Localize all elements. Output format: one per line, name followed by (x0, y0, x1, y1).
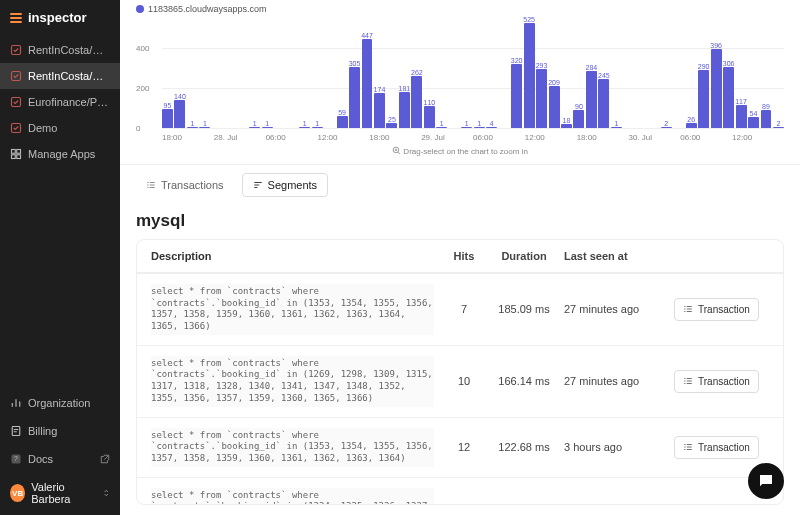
chart-bar[interactable]: 1 (187, 127, 198, 128)
sidebar-item-organization[interactable]: Organization (0, 389, 120, 417)
list-icon (683, 442, 693, 452)
chart-bar[interactable]: 1 (461, 127, 472, 128)
sidebar-item-app-0[interactable]: RentInCosta/Efisio (0, 37, 120, 63)
chart-bar[interactable]: 89 (761, 110, 772, 128)
chart-bar[interactable]: 262 (411, 76, 422, 128)
sidebar-item-app-2[interactable]: Eurofinance/PROD (0, 89, 120, 115)
svg-rect-6 (12, 155, 16, 159)
chart-bar[interactable]: 525 (524, 23, 535, 128)
chart-bar[interactable]: 290 (698, 70, 709, 128)
chart-bar[interactable]: 117 (736, 105, 747, 128)
external-link-icon (100, 454, 110, 464)
svg-text:?: ? (14, 455, 18, 462)
chart-bar[interactable]: 26 (686, 123, 697, 128)
chart-bar[interactable]: 95 (162, 109, 173, 128)
brand[interactable]: inspector (0, 0, 120, 37)
sidebar-item-docs[interactable]: ? Docs (0, 445, 120, 473)
chart-bar[interactable]: 4 (486, 127, 497, 128)
chart-bars: 9514011111159305447174251812621101114320… (162, 16, 784, 128)
sidebar-item-manage-apps[interactable]: Manage Apps (0, 141, 120, 167)
table-row: select * from `contracts` where `contrac… (137, 477, 783, 505)
tab-segments[interactable]: Segments (242, 173, 329, 197)
chart-hint: Drag-select on the chart to zoom in (136, 142, 784, 158)
section-title: mysql (120, 205, 800, 239)
sidebar-item-label: Eurofinance/PROD (28, 96, 110, 108)
th-hits: Hits (444, 250, 484, 262)
svg-rect-8 (12, 427, 20, 436)
chart-bar[interactable]: 181 (399, 92, 410, 128)
list-icon (146, 180, 156, 190)
main-content: 1183865.cloudwaysapps.com 0200400 951401… (120, 0, 800, 515)
sidebar: inspector RentInCosta/Efisio RentInCosta… (0, 0, 120, 515)
chart-bar[interactable]: 1 (474, 127, 485, 128)
tab-transactions[interactable]: Transactions (136, 174, 234, 196)
th-seen: Last seen at (564, 250, 664, 262)
app-icon (10, 96, 22, 108)
chart-bar[interactable]: 447 (362, 39, 373, 128)
sidebar-item-label: Docs (28, 453, 53, 465)
chart-bar[interactable]: 18 (561, 124, 572, 128)
table-header: Description Hits Duration Last seen at (137, 240, 783, 273)
app-icon (10, 122, 22, 134)
chart-bar[interactable]: 140 (174, 100, 185, 128)
chart-bar[interactable]: 209 (549, 86, 560, 128)
segments-icon (253, 180, 263, 190)
chart-bar[interactable]: 306 (723, 67, 734, 128)
chart-bar[interactable]: 2 (661, 127, 672, 128)
chat-icon (757, 472, 775, 490)
chart-bar[interactable]: 1 (436, 127, 447, 128)
chart-bar[interactable]: 1 (611, 127, 622, 128)
avatar: VB (10, 484, 25, 502)
chart-bar[interactable]: 90 (573, 110, 584, 128)
transaction-button[interactable]: Transaction (674, 298, 759, 321)
user-menu[interactable]: VB Valerio Barbera (0, 473, 120, 515)
cell-hits: 12 (444, 441, 484, 453)
chart-bar[interactable]: 284 (586, 71, 597, 128)
bar-chart-icon (10, 397, 22, 409)
chat-fab[interactable] (748, 463, 784, 499)
chart-bar[interactable]: 2 (773, 127, 784, 128)
sidebar-item-label: Organization (28, 397, 90, 409)
cell-hits: 10 (444, 375, 484, 387)
chart-bar[interactable]: 54 (748, 117, 759, 128)
chart-bar[interactable]: 1 (199, 127, 210, 128)
chart-bar[interactable]: 293 (536, 69, 547, 128)
segments-table: Description Hits Duration Last seen at s… (136, 239, 784, 505)
tabs: Transactions Segments (120, 165, 800, 205)
chart-legend[interactable]: 1183865.cloudwaysapps.com (136, 4, 784, 14)
chart-bar[interactable]: 1 (299, 127, 310, 128)
cell-duration: 122.68 ms (494, 441, 554, 453)
transaction-button[interactable]: Transaction (674, 370, 759, 393)
chart-panel: 1183865.cloudwaysapps.com 0200400 951401… (120, 0, 800, 165)
chart-bar[interactable]: 110 (424, 106, 435, 128)
cell-seen: 27 minutes ago (564, 303, 664, 315)
chart-bar[interactable]: 174 (374, 93, 385, 128)
sidebar-item-label: RentInCosta/Efisio (28, 44, 110, 56)
list-icon (683, 304, 693, 314)
svg-rect-4 (12, 150, 16, 154)
chart-bar[interactable]: 25 (386, 123, 397, 128)
transaction-button[interactable]: Transaction (674, 436, 759, 459)
legend-label: 1183865.cloudwaysapps.com (148, 4, 267, 14)
chart-bar[interactable]: 1 (312, 127, 323, 128)
chart-bar[interactable]: 320 (511, 64, 522, 128)
table-body: select * from `contracts` where `contrac… (137, 273, 783, 505)
cell-hits: 7 (444, 303, 484, 315)
sidebar-item-app-3[interactable]: Demo (0, 115, 120, 141)
chart-bar[interactable]: 305 (349, 67, 360, 128)
svg-rect-5 (17, 150, 21, 154)
chart-bar[interactable]: 59 (337, 116, 348, 128)
sidebar-item-app-1[interactable]: RentInCosta/Sorr... (0, 63, 120, 89)
sidebar-item-billing[interactable]: Billing (0, 417, 120, 445)
nav-apps: RentInCosta/Efisio RentInCosta/Sorr... E… (0, 37, 120, 167)
sql-text: select * from `contracts` where `contrac… (151, 284, 434, 335)
chart-bar[interactable]: 245 (598, 79, 609, 128)
chart-bar[interactable]: 1 (262, 127, 273, 128)
svg-rect-7 (17, 155, 21, 159)
cell-seen: 3 hours ago (564, 441, 664, 453)
bar-chart[interactable]: 0200400 95140111111593054471742518126211… (136, 16, 784, 142)
chart-bar[interactable]: 1 (249, 127, 260, 128)
help-icon: ? (10, 453, 22, 465)
chart-bar[interactable]: 396 (711, 49, 722, 128)
table-row: select * from `contracts` where `contrac… (137, 345, 783, 417)
